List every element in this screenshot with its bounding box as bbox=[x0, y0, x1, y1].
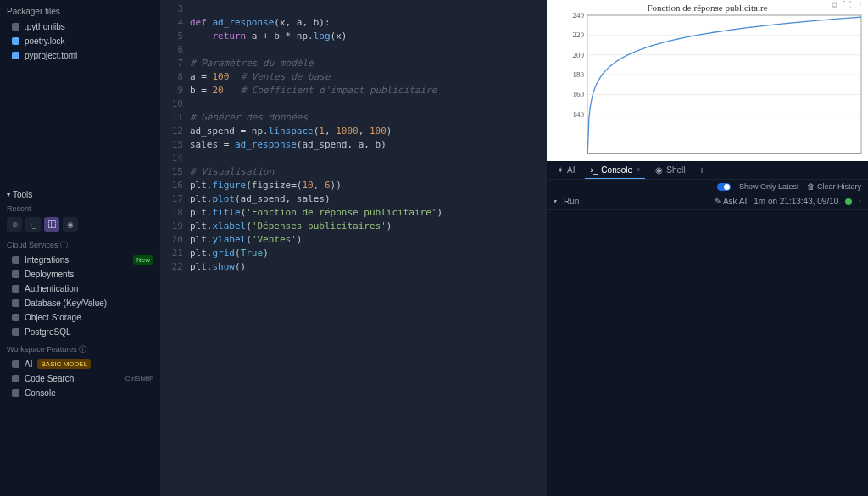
cloud-services-label: Cloud Services ⓘ bbox=[0, 238, 160, 253]
line-number: 4 bbox=[161, 16, 190, 30]
code-line[interactable]: plt.title('Fonction de réponse publicita… bbox=[190, 206, 546, 220]
file-.pythonlibs[interactable]: .pythonlibs bbox=[0, 20, 160, 34]
show-latest-toggle[interactable] bbox=[717, 183, 731, 191]
run-label: Run bbox=[564, 197, 579, 206]
code-line[interactable]: plt.plot(ad_spend, sales) bbox=[190, 192, 546, 206]
cloud-authentication[interactable]: Authentication bbox=[0, 281, 160, 296]
code-line[interactable]: b = 20 # Coefficient d'impact publicitai… bbox=[190, 84, 546, 98]
workspace-features-label: Workspace Features ⓘ bbox=[0, 343, 160, 357]
line-number: 6 bbox=[161, 43, 190, 57]
svg-text:140: 140 bbox=[572, 110, 584, 119]
tools-header[interactable]: ▾Tools bbox=[0, 187, 160, 203]
line-number: 19 bbox=[161, 220, 190, 233]
recent-icon-3[interactable]: ⿲ bbox=[44, 217, 59, 232]
workspace-ai[interactable]: AI BASIC MODEL bbox=[0, 357, 160, 371]
svg-text:160: 160 bbox=[572, 90, 584, 98]
workspace-console[interactable]: Console bbox=[0, 386, 160, 400]
code-area[interactable]: 34def ad_response(x, a, b):5 return a + … bbox=[161, 0, 546, 496]
line-number: 8 bbox=[161, 70, 190, 84]
code-line[interactable] bbox=[190, 43, 546, 57]
code-line[interactable]: return a + b * np.log(x) bbox=[190, 30, 546, 43]
panel-copy-icon[interactable]: ⧉ bbox=[832, 0, 837, 10]
cloud-deployments[interactable]: Deployments bbox=[0, 267, 160, 281]
code-line[interactable] bbox=[190, 152, 546, 165]
svg-rect-12 bbox=[587, 15, 861, 154]
code-line[interactable]: sales = ad_response(ad_spend, a, b) bbox=[190, 138, 546, 152]
status-dot-icon bbox=[845, 198, 852, 205]
line-number: 12 bbox=[161, 125, 190, 138]
right-panel: Fonction de réponse publicitaire 1401601… bbox=[546, 0, 868, 496]
code-line[interactable]: plt.show() bbox=[190, 260, 546, 274]
close-icon[interactable]: × bbox=[636, 165, 640, 174]
panel-more-icon[interactable]: ⋮ bbox=[856, 0, 865, 10]
packager-header: Packager files bbox=[0, 3, 160, 20]
code-line[interactable] bbox=[190, 3, 546, 16]
code-line[interactable]: plt.figure(figsize=(10, 6)) bbox=[190, 179, 546, 192]
workspace-code-search[interactable]: Code SearchCtrlShiftF bbox=[0, 371, 160, 386]
file-pyproject.toml[interactable]: pyproject.toml bbox=[0, 48, 160, 63]
service-icon bbox=[12, 328, 19, 336]
clear-history-button[interactable]: 🗑 Clear History bbox=[807, 182, 861, 191]
new-badge: New bbox=[133, 255, 153, 265]
cloud-database-key-value-[interactable]: Database (Key/Value) bbox=[0, 296, 160, 310]
service-icon bbox=[12, 299, 19, 307]
cloud-object-storage[interactable]: Object Storage bbox=[0, 310, 160, 325]
service-icon bbox=[12, 256, 19, 264]
code-line[interactable]: def ad_response(x, a, b): bbox=[190, 16, 546, 30]
tab-shell[interactable]: ◉ Shell bbox=[650, 161, 690, 179]
file-poetry.lock[interactable]: poetry.lock bbox=[0, 34, 160, 48]
line-number: 3 bbox=[161, 3, 190, 16]
line-number: 15 bbox=[161, 165, 190, 179]
run-timestamp: 1m on 21:13:43, 09/10 bbox=[754, 197, 838, 206]
code-line[interactable]: plt.ylabel('Ventes') bbox=[190, 233, 546, 247]
code-line[interactable]: plt.xlabel('Dépenses publicitaires') bbox=[190, 220, 546, 233]
service-icon bbox=[12, 389, 19, 397]
line-number: 16 bbox=[161, 179, 190, 192]
line-number: 18 bbox=[161, 206, 190, 220]
code-line[interactable]: # Générer des données bbox=[190, 111, 546, 125]
line-number: 5 bbox=[161, 30, 190, 43]
service-icon bbox=[12, 270, 19, 278]
chevron-down-icon[interactable]: ▾ bbox=[554, 198, 557, 205]
line-number: 9 bbox=[161, 84, 190, 98]
recent-icon-1[interactable]: ⎚ bbox=[7, 217, 22, 232]
code-line[interactable]: # Visualisation bbox=[190, 165, 546, 179]
file-icon bbox=[12, 23, 19, 31]
run-row: ▾ Run ✎ Ask AI 1m on 21:13:43, 09/10 › bbox=[547, 193, 868, 210]
tab-console[interactable]: ›_ Console × bbox=[585, 161, 645, 179]
code-line[interactable]: plt.grid(True) bbox=[190, 247, 546, 260]
editor-pane: 34def ad_response(x, a, b):5 return a + … bbox=[161, 0, 546, 496]
svg-text:200: 200 bbox=[572, 51, 584, 59]
service-icon bbox=[12, 375, 19, 382]
line-number: 11 bbox=[161, 111, 190, 125]
line-number: 13 bbox=[161, 138, 190, 152]
code-line[interactable] bbox=[190, 98, 546, 111]
recent-icons: ⎚ ›_ ⿲ ◉ bbox=[0, 215, 160, 235]
shortcut-label: CtrlShiftF bbox=[125, 375, 153, 382]
cloud-postgresql[interactable]: PostgreSQL bbox=[0, 325, 160, 339]
chevron-right-icon[interactable]: › bbox=[859, 198, 861, 205]
chart-output: Fonction de réponse publicitaire 1401601… bbox=[547, 0, 868, 161]
code-line[interactable]: # Paramètres du modèle bbox=[190, 57, 546, 70]
line-number: 10 bbox=[161, 98, 190, 111]
sidebar: Packager files .pythonlibspoetry.lockpyp… bbox=[0, 0, 161, 496]
service-icon bbox=[12, 314, 19, 321]
add-tab-button[interactable]: + bbox=[696, 164, 709, 176]
line-number: 7 bbox=[161, 57, 190, 70]
cloud-integrations[interactable]: IntegrationsNew bbox=[0, 253, 160, 267]
line-number: 20 bbox=[161, 233, 190, 247]
service-icon bbox=[12, 360, 19, 368]
recent-icon-4[interactable]: ◉ bbox=[63, 217, 78, 232]
recent-icon-2[interactable]: ›_ bbox=[25, 217, 41, 232]
line-number: 17 bbox=[161, 192, 190, 206]
svg-text:240: 240 bbox=[572, 12, 584, 20]
svg-text:180: 180 bbox=[572, 70, 584, 79]
ask-ai-button[interactable]: ✎ Ask AI bbox=[715, 197, 748, 206]
recent-label: Recent bbox=[0, 203, 160, 215]
code-line[interactable]: a = 100 # Ventes de base bbox=[190, 70, 546, 84]
code-line[interactable]: ad_spend = np.linspace(1, 1000, 100) bbox=[190, 125, 546, 138]
chart-svg: 140160180200220240 bbox=[554, 12, 866, 159]
panel-expand-icon[interactable]: ⛶ bbox=[843, 0, 851, 10]
file-icon bbox=[12, 52, 19, 59]
tab-ai[interactable]: ✦ AI bbox=[552, 161, 580, 179]
